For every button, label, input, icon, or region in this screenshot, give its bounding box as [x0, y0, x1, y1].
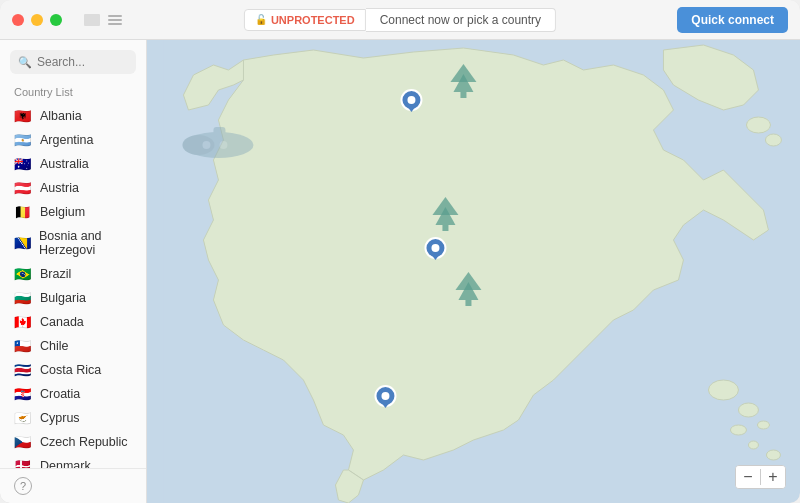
menu-icon[interactable] [108, 15, 122, 25]
svg-point-2 [766, 134, 782, 146]
svg-point-8 [767, 450, 781, 460]
svg-point-25 [382, 392, 390, 400]
svg-point-1 [747, 117, 771, 133]
search-box[interactable]: 🔍 [10, 50, 136, 74]
svg-rect-14 [443, 225, 449, 231]
svg-point-5 [731, 425, 747, 435]
country-flag: 🇨🇾 [14, 411, 32, 425]
help-icon[interactable]: ? [14, 477, 32, 495]
country-item[interactable]: 🇨🇦Canada [0, 310, 146, 334]
country-item[interactable]: 🇦🇱Albania [0, 104, 146, 128]
svg-point-30 [203, 141, 211, 149]
svg-point-6 [758, 421, 770, 429]
country-item[interactable]: 🇨🇱Chile [0, 334, 146, 358]
titlebar-icons [84, 14, 122, 26]
svg-point-4 [739, 403, 759, 417]
zoom-controls: − + [735, 465, 786, 489]
titlebar-center: UNPROTECTED Connect now or pick a countr… [244, 8, 556, 32]
sidebar: 🔍 Country List 🇦🇱Albania🇦🇷Argentina🇦🇺Aus… [0, 40, 147, 503]
country-name: Czech Republic [40, 435, 128, 449]
country-item[interactable]: 🇭🇷Croatia [0, 382, 146, 406]
minimize-button[interactable] [31, 14, 43, 26]
svg-rect-17 [466, 300, 472, 306]
country-name: Australia [40, 157, 89, 171]
connect-instruction: Connect now or pick a country [366, 8, 556, 32]
country-name: Brazil [40, 267, 71, 281]
sidebar-bottom: ? [0, 468, 146, 503]
country-flag: 🇨🇱 [14, 339, 32, 353]
close-button[interactable] [12, 14, 24, 26]
sidebar-toggle-icon[interactable] [84, 14, 100, 26]
search-icon: 🔍 [18, 56, 32, 69]
svg-point-19 [408, 96, 416, 104]
status-badge: UNPROTECTED [244, 9, 366, 31]
country-item[interactable]: 🇦🇹Austria [0, 176, 146, 200]
svg-point-31 [220, 141, 228, 149]
country-name: Belgium [40, 205, 85, 219]
country-item[interactable]: 🇧🇦Bosnia and Herzegovi [0, 224, 146, 262]
svg-point-22 [432, 244, 440, 252]
country-flag: 🇦🇱 [14, 109, 32, 123]
map-svg [147, 40, 800, 503]
titlebar: UNPROTECTED Connect now or pick a countr… [0, 0, 800, 40]
main-layout: 🔍 Country List 🇦🇱Albania🇦🇷Argentina🇦🇺Aus… [0, 40, 800, 503]
country-item[interactable]: 🇧🇷Brazil [0, 262, 146, 286]
search-input[interactable] [37, 55, 128, 69]
traffic-lights [12, 14, 62, 26]
country-list: 🇦🇱Albania🇦🇷Argentina🇦🇺Australia🇦🇹Austria… [0, 104, 146, 468]
maximize-button[interactable] [50, 14, 62, 26]
country-flag: 🇧🇬 [14, 291, 32, 305]
country-item[interactable]: 🇦🇺Australia [0, 152, 146, 176]
country-item[interactable]: 🇧🇬Bulgaria [0, 286, 146, 310]
zoom-in-button[interactable]: + [761, 466, 785, 488]
country-flag: 🇨🇷 [14, 363, 32, 377]
country-name: Canada [40, 315, 84, 329]
country-flag: 🇧🇪 [14, 205, 32, 219]
country-name: Bosnia and Herzegovi [39, 229, 132, 257]
country-item[interactable]: 🇧🇪Belgium [0, 200, 146, 224]
country-name: Cyprus [40, 411, 80, 425]
country-name: Denmark [40, 459, 91, 468]
country-name: Bulgaria [40, 291, 86, 305]
country-flag: 🇩🇰 [14, 459, 32, 468]
svg-point-7 [749, 441, 759, 449]
zoom-out-button[interactable]: − [736, 466, 760, 488]
country-list-label: Country List [0, 82, 146, 104]
svg-point-3 [709, 380, 739, 400]
country-flag: 🇧🇷 [14, 267, 32, 281]
country-flag: 🇨🇿 [14, 435, 32, 449]
country-name: Albania [40, 109, 82, 123]
country-name: Croatia [40, 387, 80, 401]
country-flag: 🇦🇹 [14, 181, 32, 195]
country-name: Austria [40, 181, 79, 195]
country-name: Chile [40, 339, 69, 353]
country-item[interactable]: 🇦🇷Argentina [0, 128, 146, 152]
country-flag: 🇦🇺 [14, 157, 32, 171]
country-item[interactable]: 🇨🇷Costa Rica [0, 358, 146, 382]
country-name: Argentina [40, 133, 94, 147]
country-name: Costa Rica [40, 363, 101, 377]
country-item[interactable]: 🇨🇾Cyprus [0, 406, 146, 430]
country-flag: 🇭🇷 [14, 387, 32, 401]
quick-connect-button[interactable]: Quick connect [677, 7, 788, 33]
country-flag: 🇨🇦 [14, 315, 32, 329]
svg-rect-11 [461, 92, 467, 98]
country-flag: 🇧🇦 [14, 236, 31, 250]
country-flag: 🇦🇷 [14, 133, 32, 147]
country-item[interactable]: 🇩🇰Denmark [0, 454, 146, 468]
country-item[interactable]: 🇨🇿Czech Republic [0, 430, 146, 454]
svg-rect-29 [214, 127, 226, 137]
map-area: − + [147, 40, 800, 503]
